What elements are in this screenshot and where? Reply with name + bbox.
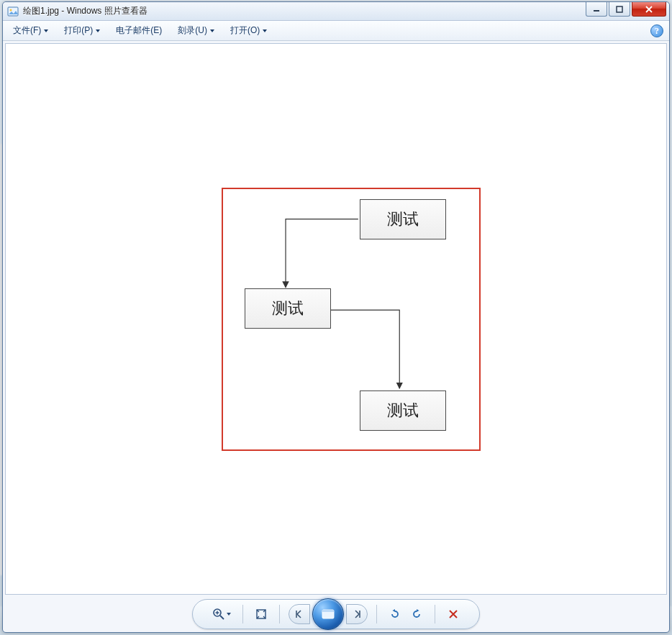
zoom-button[interactable] [209,605,234,623]
menu-email[interactable]: 电子邮件(E) [112,22,166,39]
toolbar-separator [376,605,377,623]
displayed-image: 测试 测试 测试 [222,188,481,451]
flow-node-3-label: 测试 [387,400,419,421]
previous-button[interactable] [289,604,310,624]
svg-point-1 [10,9,12,11]
menu-file[interactable]: 文件(F) [9,22,53,39]
viewer-toolbar [192,599,480,629]
slideshow-button[interactable] [312,598,344,630]
close-button[interactable] [632,2,666,17]
svg-rect-11 [322,610,334,612]
svg-line-5 [220,616,224,619]
window-title: 绘图1.jpg - Windows 照片查看器 [23,5,147,17]
nav-controls [289,598,368,630]
svg-rect-0 [8,7,18,16]
flow-node-2: 测试 [245,288,331,329]
rotate-cw-button[interactable] [407,605,426,623]
menu-print[interactable]: 打印(P) [60,22,104,39]
menu-burn-label: 刻录(U) [178,24,207,37]
titlebar[interactable]: 绘图1.jpg - Windows 照片查看器 [3,2,669,21]
menu-burn[interactable]: 刻录(U) [173,22,219,39]
help-icon-label: ? [655,26,659,37]
image-canvas[interactable]: 测试 测试 测试 [5,43,667,595]
svg-rect-2 [594,10,599,12]
help-button[interactable]: ? [650,24,663,37]
rotate-ccw-button[interactable] [386,605,404,623]
chevron-down-icon [44,29,48,32]
fit-to-screen-button[interactable] [252,605,271,623]
minimize-button[interactable] [586,2,607,17]
menu-file-label: 文件(F) [13,24,41,37]
menubar: 文件(F) 打印(P) 电子邮件(E) 刻录(U) 打开(O) ? [3,21,669,41]
delete-button[interactable] [444,605,463,623]
flow-node-2-label: 测试 [272,298,304,319]
toolbar-separator [242,605,243,623]
photo-viewer-window: 绘图1.jpg - Windows 照片查看器 文件(F) 打印(P) 电子邮件… [2,1,670,633]
chevron-down-icon [263,29,267,32]
chevron-down-icon [210,29,214,32]
menu-email-label: 电子邮件(E) [116,24,162,37]
toolbar-separator [279,605,280,623]
flow-node-1-label: 测试 [387,209,419,230]
menu-open-label: 打开(O) [230,24,260,37]
toolbar-separator [435,605,435,623]
maximize-button[interactable] [609,2,630,17]
chevron-down-icon [227,613,231,616]
menu-open[interactable]: 打开(O) [226,22,271,39]
flow-node-3: 测试 [360,390,446,431]
next-button[interactable] [346,604,368,624]
menu-print-label: 打印(P) [64,24,93,37]
chevron-down-icon [96,29,100,32]
svg-rect-3 [617,6,622,12]
window-controls [586,2,666,17]
app-image-icon [7,6,19,17]
flow-node-1: 测试 [360,199,446,239]
